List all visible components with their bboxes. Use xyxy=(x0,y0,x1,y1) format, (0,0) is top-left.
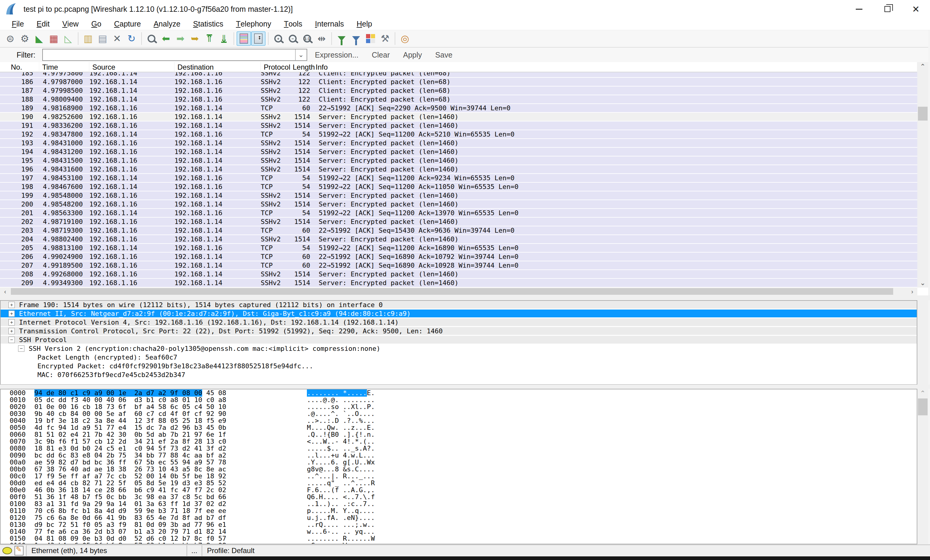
details-vscrollbar[interactable] xyxy=(917,300,928,385)
column-header-source[interactable]: Source xyxy=(89,62,174,72)
detail-row-5[interactable]: −SSH Version 2 (encryption:chacha20-poly… xyxy=(1,345,917,353)
go-to-packet-button[interactable]: ➥ xyxy=(188,31,202,46)
menu-go[interactable]: Go xyxy=(85,18,108,30)
menu-edit[interactable]: Edit xyxy=(30,18,56,30)
capture-start-button[interactable]: ◣ xyxy=(32,31,46,46)
column-header-no[interactable]: No. xyxy=(0,62,39,72)
go-to-bottom-button[interactable]: ⇓ xyxy=(217,31,231,46)
hex-row-00d0[interactable]: 00d0ed e4 d4 cb 82 71 22 5f 05 8d 5e 19 … xyxy=(1,480,917,486)
filter-combo[interactable]: ⌄ xyxy=(42,49,307,61)
menu-internals[interactable]: Internals xyxy=(309,18,350,30)
zoom-out-button[interactable]: − xyxy=(285,31,300,46)
clear-button[interactable]: Clear xyxy=(372,51,390,59)
go-back-button[interactable]: ⬅ xyxy=(159,31,173,46)
hex-row-00a0[interactable]: 00a0ae 59 82 d7 bd bc 36 ff 67 5b ec 55 … xyxy=(1,459,917,466)
detail-row-6[interactable]: Packet Length (encrypted): 5eaf60c7 xyxy=(1,353,917,362)
hex-row-0090[interactable]: 0090bc dd 6c 83 e8 04 2b 75 34 bb 77 88 … xyxy=(1,452,917,459)
menu-view[interactable]: View xyxy=(56,18,85,30)
hex-row-00e0[interactable]: 00e046 0b 36 18 14 ce 28 66 b6 c9 41 fc … xyxy=(1,486,917,493)
detail-row-3[interactable]: +Transmission Control Protocol, Src Port… xyxy=(1,327,917,336)
detail-row-1[interactable]: +Ethernet II, Src: Netgear_d7:a2:9f (00:… xyxy=(1,310,917,318)
packet-row-198[interactable]: 1984.98467600192.168.1.14192.168.1.16TCP… xyxy=(0,183,917,192)
packet-row-202[interactable]: 2024.98719100192.168.1.16192.168.1.14SSH… xyxy=(0,218,917,226)
packet-row-195[interactable]: 1954.98431500192.168.1.16192.168.1.14SSH… xyxy=(0,156,917,165)
autoscroll-toggle[interactable] xyxy=(251,31,266,46)
packet-row-186[interactable]: 1864.97987000192.168.1.14192.168.1.16SSH… xyxy=(0,78,917,86)
hex-row-0140[interactable]: 014077 fe a6 ca 36 2d b3 07 b1 a3 20 79 … xyxy=(1,528,917,535)
packet-row-207[interactable]: 2074.99189500192.168.1.16192.168.1.14TCP… xyxy=(0,261,917,270)
restore-button[interactable] xyxy=(873,0,902,18)
expression-button[interactable]: Expression... xyxy=(315,51,359,59)
display-filters-button[interactable] xyxy=(349,31,363,46)
capture-restart-button[interactable]: ◺ xyxy=(61,31,75,46)
scroll-down-icon[interactable]: ⌄ xyxy=(917,279,928,287)
column-header-protocol[interactable]: Protocol xyxy=(261,62,290,72)
save-file-button[interactable]: ▤ xyxy=(95,31,110,46)
hex-row-0020[interactable]: 002001 0e 00 16 cb 18 73 6f bf a4 58 6c … xyxy=(1,403,917,410)
packet-row-189[interactable]: 1894.98168900192.168.1.16192.168.1.14TCP… xyxy=(0,104,917,113)
help-button[interactable]: ◎ xyxy=(398,31,412,46)
bytes-vscrollbar[interactable]: ⌃ xyxy=(917,389,928,544)
hex-row-0150[interactable]: 015004 81 08 09 0e b3 0d d0 52 d6 c0 12 … xyxy=(1,535,917,542)
packet-row-190[interactable]: 1904.98252600192.168.1.16192.168.1.14SSH… xyxy=(0,113,917,121)
hex-row-0060[interactable]: 006081 51 02 e4 21 7b 42 30 0b 5d ab 7b … xyxy=(1,431,917,438)
reload-button[interactable]: ↻ xyxy=(124,31,139,46)
packet-row-194[interactable]: 1944.98431200192.168.1.16192.168.1.14SSH… xyxy=(0,148,917,156)
packet-row-206[interactable]: 2064.99024900192.168.1.16192.168.1.14TCP… xyxy=(0,253,917,261)
packet-row-200[interactable]: 2004.98548200192.168.1.16192.168.1.14SSH… xyxy=(0,200,917,209)
menu-capture[interactable]: Capture xyxy=(108,18,147,30)
expert-info-icon[interactable] xyxy=(2,547,12,554)
expand-plus-icon[interactable]: + xyxy=(8,302,15,308)
minimize-button[interactable] xyxy=(845,0,873,18)
packet-row-199[interactable]: 1994.98548000192.168.1.16192.168.1.14SSH… xyxy=(0,192,917,200)
expand-plus-icon[interactable]: + xyxy=(8,310,15,317)
list-interfaces-button[interactable]: ⊜ xyxy=(3,31,17,46)
hex-row-0040[interactable]: 004019 bf 3e 18 c2 3a 8e 44 12 3f 88 05 … xyxy=(1,417,917,424)
hex-row-0160[interactable]: 01601a 43 b4 a6 05 0f bf 8e 57 63 b1 de … xyxy=(1,542,917,544)
packet-row-188[interactable]: 1884.98009400192.168.1.14192.168.1.16SSH… xyxy=(0,95,917,104)
detail-row-4[interactable]: −SSH Protocol xyxy=(1,336,917,345)
menu-file[interactable]: File xyxy=(5,18,30,30)
menu-analyze[interactable]: Analyze xyxy=(147,18,187,30)
hex-row-0080[interactable]: 008018 81 e3 0d b0 24 c5 e1 c0 94 5f 73 … xyxy=(1,445,917,452)
menu-statistics[interactable]: Statistics xyxy=(187,18,229,30)
save-button[interactable]: Save xyxy=(435,51,452,59)
scroll-right-icon[interactable]: › xyxy=(907,287,917,295)
open-file-button[interactable]: ▥ xyxy=(81,31,95,46)
preferences-button[interactable]: ⚒ xyxy=(378,31,392,46)
filter-input[interactable] xyxy=(44,50,293,60)
capture-stop-button[interactable]: ▦ xyxy=(46,31,61,46)
capture-filters-button[interactable] xyxy=(334,31,349,46)
expand-plus-icon[interactable]: + xyxy=(8,319,15,325)
packet-list-hscrollbar[interactable]: ‹ › xyxy=(0,287,917,295)
hex-row-0110[interactable]: 011070 c6 8b fc b1 8a 4d d9 59 9e b3 71 … xyxy=(1,507,917,514)
collapse-minus-icon[interactable]: − xyxy=(18,345,25,352)
column-header-destination[interactable]: Destination xyxy=(174,62,261,72)
hex-row-0100[interactable]: 010083 a1 31 fd 9a 29 9a 14 01 3a 63 ff … xyxy=(1,500,917,507)
zoom-100-button[interactable]: 1:1 xyxy=(300,31,314,46)
hex-row-0120[interactable]: 012075 c6 6a 8e 0d 66 41 9b 83 65 4e 7d … xyxy=(1,514,917,521)
bytes-vscroll-thumb[interactable] xyxy=(918,399,928,415)
menu-tools[interactable]: Tools xyxy=(278,18,309,30)
chevron-down-icon[interactable]: ⌄ xyxy=(295,49,306,60)
column-header-info[interactable]: Info xyxy=(313,62,917,72)
expand-plus-icon[interactable]: + xyxy=(8,328,15,334)
packet-row-185[interactable]: 1854.97975800192.168.1.14192.168.1.16SSH… xyxy=(0,72,917,78)
packet-list-vscrollbar[interactable]: ⌃ ⌄ xyxy=(917,62,928,287)
packet-row-196[interactable]: 1964.98431600192.168.1.16192.168.1.14SSH… xyxy=(0,165,917,174)
detail-row-0[interactable]: +Frame 190: 1514 bytes on wire (12112 bi… xyxy=(1,301,917,310)
capture-options-button[interactable]: ⚙ xyxy=(17,31,32,46)
packet-row-192[interactable]: 1924.98347800192.168.1.14192.168.1.16TCP… xyxy=(0,130,917,139)
scroll-up-icon[interactable]: ⌃ xyxy=(917,62,928,71)
scroll-left-icon[interactable]: ‹ xyxy=(0,287,10,295)
menu-help[interactable]: Help xyxy=(350,18,379,30)
detail-row-7[interactable]: Encrypted Packet: cd4f0fcf929019bf3e18c2… xyxy=(1,362,917,371)
go-to-top-button[interactable]: ⇑ xyxy=(202,31,217,46)
hex-row-0030[interactable]: 00309b 40 cb 84 00 00 5e af 60 c7 cd 4f … xyxy=(1,410,917,417)
vscroll-thumb[interactable] xyxy=(918,107,928,121)
packet-row-208[interactable]: 2084.99268000192.168.1.16192.168.1.14SSH… xyxy=(0,270,917,279)
hex-row-0050[interactable]: 00504d fc 94 1d a9 51 77 e4 15 dc 7a d2 … xyxy=(1,424,917,431)
capture-comment-icon[interactable] xyxy=(14,546,23,555)
hex-row-00f0[interactable]: 00f051 36 1f 48 b7 f5 0c bb 3c 98 ea 37 … xyxy=(1,493,917,500)
packet-row-197[interactable]: 1974.98453100192.168.1.14192.168.1.16TCP… xyxy=(0,174,917,183)
